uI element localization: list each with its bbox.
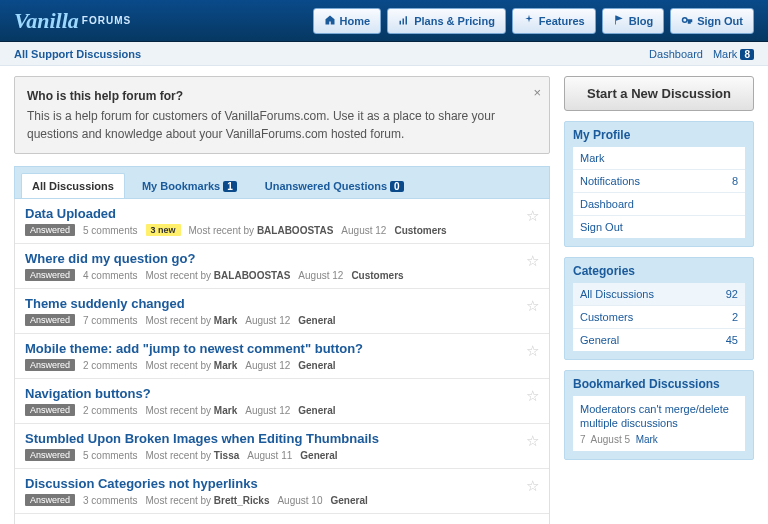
- category-item[interactable]: Customers2: [573, 306, 745, 329]
- bookmark-star-icon[interactable]: ☆: [526, 432, 539, 450]
- bookmark-star-icon[interactable]: ☆: [526, 477, 539, 495]
- discussion-category[interactable]: General: [298, 315, 335, 326]
- close-icon[interactable]: ×: [533, 83, 541, 103]
- comment-count: 5 comments: [83, 450, 137, 461]
- discussion-category[interactable]: General: [331, 495, 368, 506]
- sparkle-icon: [523, 14, 535, 28]
- discussion-tabs-wrap: All DiscussionsMy Bookmarks1Unanswered Q…: [14, 166, 550, 199]
- discussion-category[interactable]: Customers: [351, 270, 403, 281]
- profile-panel: My Profile MarkNotifications8DashboardSi…: [564, 121, 754, 247]
- bookmark-star-icon[interactable]: ☆: [526, 252, 539, 270]
- tab-all-discussions[interactable]: All Discussions: [21, 173, 125, 198]
- top-navigation: Vanilla FORUMS HomePlans & PricingFeatur…: [0, 0, 768, 42]
- notice-body: This is a help forum for customers of Va…: [27, 109, 495, 141]
- site-logo[interactable]: Vanilla FORUMS: [14, 8, 313, 34]
- discussion-date: August 12: [245, 360, 290, 371]
- bookmarks-panel: Bookmarked Discussions Moderators can't …: [564, 370, 754, 460]
- discussion-title[interactable]: Data Uploaded: [25, 206, 539, 221]
- nav-home[interactable]: Home: [313, 8, 382, 34]
- user-notification-count[interactable]: 8: [740, 49, 754, 60]
- discussion-title[interactable]: Theme suddenly changed: [25, 296, 539, 311]
- profile-item[interactable]: Notifications8: [573, 170, 745, 193]
- answered-tag: Answered: [25, 449, 75, 461]
- comment-count: 2 comments: [83, 360, 137, 371]
- home-icon: [324, 14, 336, 28]
- recent-by: Most recent by Mark: [146, 405, 238, 416]
- recent-by: Most recent by Brett_Ricks: [146, 495, 270, 506]
- user-link[interactable]: Mark: [713, 48, 737, 60]
- nav-blog[interactable]: Blog: [602, 8, 664, 34]
- answered-tag: Answered: [25, 359, 75, 371]
- bookmark-star-icon[interactable]: ☆: [526, 297, 539, 315]
- sidebar: Start a New Discussion My Profile MarkNo…: [564, 76, 754, 524]
- category-item[interactable]: All Discussions92: [573, 283, 745, 306]
- breadcrumb[interactable]: All Support Discussions: [14, 48, 649, 60]
- answered-tag: Answered: [25, 224, 75, 236]
- discussion-title[interactable]: Mobile theme: add "jump to newest commen…: [25, 341, 539, 356]
- discussion-title[interactable]: Stumbled Upon Broken Images when Editing…: [25, 431, 539, 446]
- svg-point-3: [683, 17, 688, 22]
- answered-tag: Answered: [25, 314, 75, 326]
- profile-item[interactable]: Mark: [573, 147, 745, 170]
- key-icon: [681, 14, 693, 28]
- discussion-tabs: All DiscussionsMy Bookmarks1Unanswered Q…: [21, 173, 543, 198]
- bookmark-star-icon[interactable]: ☆: [526, 387, 539, 405]
- discussion-title[interactable]: Discussion Categories not hyperlinks: [25, 476, 539, 491]
- bookmark-meta: 7 August 5 Mark: [580, 434, 738, 445]
- nav-sign-out[interactable]: Sign Out: [670, 8, 754, 34]
- discussion-date: August 10: [277, 495, 322, 506]
- comment-count: 7 comments: [83, 315, 137, 326]
- svg-rect-2: [406, 16, 408, 24]
- new-discussion-button[interactable]: Start a New Discussion: [564, 76, 754, 111]
- new-tag[interactable]: 3 new: [146, 224, 181, 236]
- bookmark-star-icon[interactable]: ☆: [526, 207, 539, 225]
- discussion-category[interactable]: General: [300, 450, 337, 461]
- logo-word: FORUMS: [82, 15, 131, 26]
- bookmark-title[interactable]: Moderators can't merge/delete multiple d…: [580, 402, 738, 431]
- nav-plans-pricing[interactable]: Plans & Pricing: [387, 8, 506, 34]
- categories-heading: Categories: [573, 264, 745, 278]
- comment-count: 2 comments: [83, 405, 137, 416]
- discussion-row: ☆Theme suddenly changedAnswered7 comment…: [15, 289, 549, 334]
- discussion-list: ☆Data UploadedAnswered5 comments3 newMos…: [14, 199, 550, 524]
- discussion-row: ☆Stumbled Upon Broken Images when Editin…: [15, 424, 549, 469]
- svg-rect-0: [400, 20, 402, 24]
- logo-script: Vanilla: [14, 8, 79, 34]
- discussion-category[interactable]: General: [298, 405, 335, 416]
- discussion-row: ☆Mobile theme: add "jump to newest comme…: [15, 334, 549, 379]
- categories-panel: Categories All Discussions92Customers2Ge…: [564, 257, 754, 360]
- discussion-date: August 12: [298, 270, 343, 281]
- discussion-title[interactable]: Where did my question go?: [25, 251, 539, 266]
- discussion-category[interactable]: Customers: [394, 225, 446, 236]
- tab-unanswered-questions[interactable]: Unanswered Questions0: [254, 173, 415, 198]
- flag-icon: [613, 14, 625, 28]
- discussion-title[interactable]: Navigation buttons?: [25, 386, 539, 401]
- answered-tag: Answered: [25, 269, 75, 281]
- dashboard-link[interactable]: Dashboard: [649, 48, 703, 60]
- discussion-date: August 12: [341, 225, 386, 236]
- answered-tag: Answered: [25, 404, 75, 416]
- discussion-row: ☆Data UploadedAnswered5 comments3 newMos…: [15, 199, 549, 244]
- recent-by: Most recent by Mark: [146, 315, 238, 326]
- sub-navigation: All Support Discussions Dashboard Mark 8: [0, 42, 768, 66]
- recent-by: Most recent by BALABOOSTAS: [189, 225, 334, 236]
- profile-heading: My Profile: [573, 128, 745, 142]
- info-notice: × Who is this help forum for? This is a …: [14, 76, 550, 154]
- comment-count: 3 comments: [83, 495, 137, 506]
- svg-rect-1: [403, 18, 405, 24]
- comment-count: 4 comments: [83, 270, 137, 281]
- discussion-row: ☆Discussion Categories not hyperlinksAns…: [15, 469, 549, 514]
- discussion-date: August 12: [245, 315, 290, 326]
- recent-by: Most recent by Tissa: [146, 450, 240, 461]
- profile-item[interactable]: Sign Out: [573, 216, 745, 238]
- profile-item[interactable]: Dashboard: [573, 193, 745, 216]
- bars-icon: [398, 14, 410, 28]
- discussion-category[interactable]: General: [298, 360, 335, 371]
- tab-my-bookmarks[interactable]: My Bookmarks1: [131, 173, 248, 198]
- bookmarks-heading: Bookmarked Discussions: [573, 377, 745, 391]
- bookmark-author[interactable]: Mark: [636, 434, 658, 445]
- nav-features[interactable]: Features: [512, 8, 596, 34]
- bookmark-star-icon[interactable]: ☆: [526, 342, 539, 360]
- category-item[interactable]: General45: [573, 329, 745, 351]
- recent-by: Most recent by BALABOOSTAS: [146, 270, 291, 281]
